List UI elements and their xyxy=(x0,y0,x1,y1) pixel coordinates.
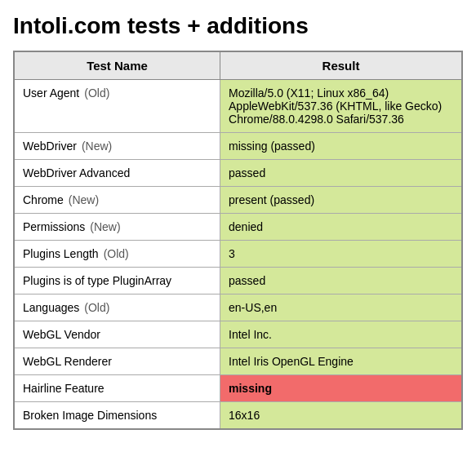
table-row: WebGL VendorIntel Inc. xyxy=(14,321,462,348)
row-test-name: WebDriver Advanced xyxy=(23,166,130,179)
cell-result: 3 xyxy=(220,241,462,268)
table-row: WebGL RendererIntel Iris OpenGL Engine xyxy=(14,348,462,375)
table-row: Hairline Featuremissing xyxy=(14,375,462,402)
row-tag: (Old) xyxy=(84,301,109,314)
cell-name: Languages(Old) xyxy=(14,294,220,321)
row-tag: (New) xyxy=(82,140,112,153)
page-title: Intoli.com tests + additions xyxy=(13,13,463,39)
cell-result: missing (passed) xyxy=(220,133,462,160)
cell-result: Intel Iris OpenGL Engine xyxy=(220,348,462,375)
cell-name: WebDriver(New) xyxy=(14,133,220,160)
row-tag: (Old) xyxy=(104,247,129,260)
cell-result: present (passed) xyxy=(220,187,462,214)
cell-result: en-US,en xyxy=(220,294,462,321)
cell-name: Plugins is of type PluginArray xyxy=(14,268,220,294)
cell-name: Broken Image Dimensions xyxy=(14,402,220,430)
col-header-name: Test Name xyxy=(14,51,220,80)
table-row: Broken Image Dimensions16x16 xyxy=(14,402,462,430)
row-test-name: Hairline Feature xyxy=(23,382,105,395)
cell-result: passed xyxy=(220,160,462,187)
results-table: Test Name Result User Agent(Old)Mozilla/… xyxy=(13,51,463,430)
cell-name: Hairline Feature xyxy=(14,375,220,402)
row-test-name: Broken Image Dimensions xyxy=(23,409,157,422)
table-row: Chrome(New)present (passed) xyxy=(14,187,462,214)
cell-result: 16x16 xyxy=(220,402,462,430)
table-row: User Agent(Old)Mozilla/5.0 (X11; Linux x… xyxy=(14,80,462,133)
table-row: Plugins Length(Old)3 xyxy=(14,241,462,268)
cell-name: WebGL Renderer xyxy=(14,348,220,375)
cell-result: Mozilla/5.0 (X11; Linux x86_64) AppleWeb… xyxy=(220,80,462,133)
row-test-name: Chrome xyxy=(23,193,64,206)
row-tag: (New) xyxy=(69,193,99,206)
cell-name: Chrome(New) xyxy=(14,187,220,214)
table-row: WebDriver Advancedpassed xyxy=(14,160,462,187)
row-test-name: Plugins Length xyxy=(23,247,99,260)
cell-result: missing xyxy=(220,375,462,402)
col-header-result: Result xyxy=(220,51,462,80)
table-row: Languages(Old)en-US,en xyxy=(14,294,462,321)
row-test-name: User Agent xyxy=(23,86,79,100)
cell-name: User Agent(Old) xyxy=(14,80,220,133)
row-tag: (New) xyxy=(90,220,120,233)
cell-name: WebGL Vendor xyxy=(14,321,220,348)
row-test-name: Plugins is of type PluginArray xyxy=(23,274,171,287)
table-row: Permissions(New)denied xyxy=(14,214,462,241)
cell-result: denied xyxy=(220,214,462,241)
table-row: Plugins is of type PluginArraypassed xyxy=(14,268,462,294)
cell-name: Plugins Length(Old) xyxy=(14,241,220,268)
row-test-name: WebGL Vendor xyxy=(23,328,100,341)
cell-result: passed xyxy=(220,268,462,294)
row-test-name: WebDriver xyxy=(23,140,77,153)
cell-name: Permissions(New) xyxy=(14,214,220,241)
row-tag: (Old) xyxy=(84,86,109,100)
table-row: WebDriver(New)missing (passed) xyxy=(14,133,462,160)
row-test-name: Languages xyxy=(23,301,79,314)
cell-name: WebDriver Advanced xyxy=(14,160,220,187)
row-test-name: WebGL Renderer xyxy=(23,355,112,368)
row-test-name: Permissions xyxy=(23,220,85,233)
cell-result: Intel Inc. xyxy=(220,321,462,348)
